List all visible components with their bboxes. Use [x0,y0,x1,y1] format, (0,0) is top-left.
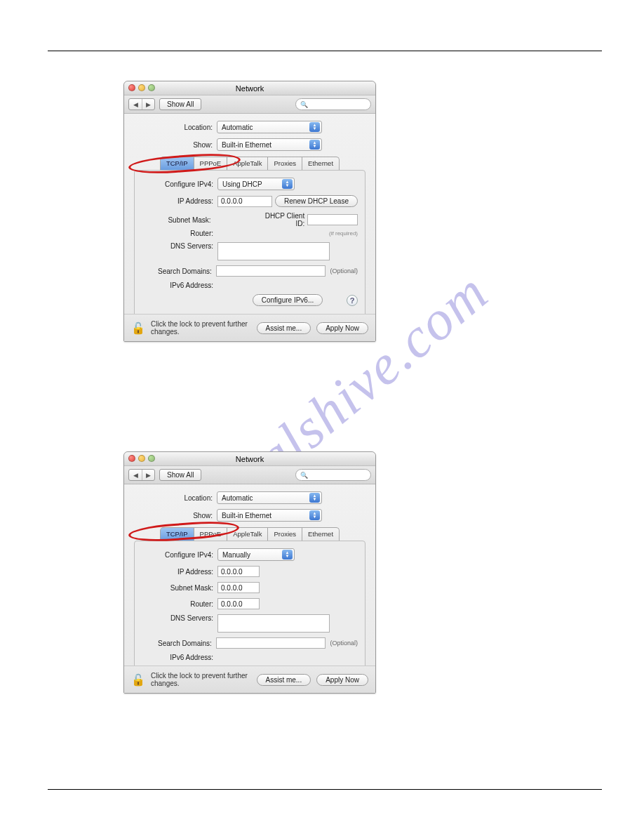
dhcp-client-id-label: DHCP Client ID: [256,212,308,227]
show-all-button[interactable]: Show All [159,98,201,110]
location-select[interactable]: Automatic ▲▼ [217,491,322,504]
dns-servers-field[interactable] [217,242,330,260]
footer: 🔓 Click the lock to prevent further chan… [124,666,375,693]
select-arrows-icon: ▲▼ [282,179,293,189]
dhcp-client-id-field[interactable] [307,214,358,225]
location-value: Automatic [222,124,253,131]
select-arrows-icon: ▲▼ [282,550,293,560]
router-label: Router: [142,230,217,237]
help-button[interactable]: ? [347,295,358,306]
assist-me-button[interactable]: Assist me... [257,322,311,334]
forward-icon[interactable]: ▶ [142,470,154,480]
search-field[interactable]: 🔍 [295,98,371,110]
minimize-icon[interactable] [138,455,145,462]
content-area: Location: Automatic ▲▼ Show: Built-in Et… [124,114,375,326]
tab-ethernet[interactable]: Ethernet [302,527,340,541]
configure-ipv4-label: Configure IPv4: [142,551,217,559]
configure-ipv4-value: Using DHCP [222,180,262,188]
forward-icon[interactable]: ▶ [142,99,154,110]
tab-proxies[interactable]: Proxies [268,527,302,541]
tab-appletalk[interactable]: AppleTalk [227,527,268,541]
assist-me-button[interactable]: Assist me... [257,674,311,686]
optional-note: (Optional) [330,640,358,647]
footer: 🔓 Click the lock to prevent further chan… [124,314,375,341]
subnet-mask-field[interactable]: 0.0.0.0 [217,582,260,593]
page-rule-top [48,51,602,51]
ip-address-field[interactable]: 0.0.0.0 [217,566,260,577]
traffic-lights [128,455,155,462]
lock-icon[interactable]: 🔓 [131,322,145,335]
zoom-icon[interactable] [148,84,155,91]
apply-now-button[interactable]: Apply Now [316,322,368,334]
lock-text: Click the lock to prevent further change… [151,672,251,687]
close-icon[interactable] [128,455,135,462]
toolbar: ◀ ▶ Show All 🔍 [124,466,375,484]
ip-address-label: IP Address: [142,568,217,576]
tab-proxies[interactable]: Proxies [268,157,302,170]
configure-ipv4-select[interactable]: Using DHCP ▲▼ [217,178,295,190]
show-label: Show: [134,512,217,519]
toolbar: ◀ ▶ Show All 🔍 [124,95,375,114]
ipv6-address-label: IPv6 Address: [142,282,217,289]
configure-ipv4-select[interactable]: Manually ▲▼ [217,548,295,561]
tab-pppoe[interactable]: PPPoE [194,527,228,541]
dns-servers-label: DNS Servers: [142,242,217,250]
configure-ipv6-button[interactable]: Configure IPv6... [253,294,323,306]
show-value: Built-in Ethernet [222,512,271,519]
page-rule-bottom [48,789,602,790]
search-domains-field[interactable] [216,265,326,277]
lock-text: Click the lock to prevent further change… [151,320,251,336]
apply-now-button[interactable]: Apply Now [316,674,368,686]
location-select[interactable]: Automatic ▲▼ [217,121,322,133]
select-arrows-icon: ▲▼ [309,510,320,520]
select-arrows-icon: ▲▼ [309,122,320,132]
search-domains-label: Search Domains: [142,267,216,275]
search-icon: 🔍 [300,101,308,108]
select-arrows-icon: ▲▼ [309,140,320,150]
renew-dhcp-button[interactable]: Renew DHCP Lease [275,195,358,207]
tab-tcpip[interactable]: TCP/IP [160,157,194,170]
search-domains-label: Search Domains: [142,640,216,647]
back-icon[interactable]: ◀ [129,470,142,480]
show-label: Show: [134,141,217,149]
minimize-icon[interactable] [138,84,145,91]
show-select[interactable]: Built-in Ethernet ▲▼ [217,138,322,151]
search-domains-field[interactable] [216,637,326,649]
location-value: Automatic [222,494,253,502]
titlebar: Network [124,452,375,466]
back-icon[interactable]: ◀ [129,99,142,110]
search-field[interactable]: 🔍 [295,469,371,481]
ip-address-value: 0.0.0.0 [217,196,272,207]
tab-appletalk[interactable]: AppleTalk [227,157,268,170]
titlebar: Network [124,81,375,95]
tabs: TCP/IP PPPoE AppleTalk Proxies Ethernet [134,527,365,541]
lock-icon[interactable]: 🔓 [131,673,145,687]
tab-tcpip[interactable]: TCP/IP [160,527,194,541]
ip-address-label: IP Address: [142,197,217,205]
zoom-icon[interactable] [148,455,155,462]
traffic-lights [128,84,155,91]
close-icon[interactable] [128,84,135,91]
location-label: Location: [134,124,217,131]
configure-ipv4-label: Configure IPv4: [142,180,217,188]
tab-pppoe[interactable]: PPPoE [194,157,228,170]
subnet-mask-label: Subnet Mask: [142,584,217,592]
dns-servers-field[interactable] [217,614,330,633]
tcpip-frame: Configure IPv4: Using DHCP ▲▼ IP Address… [134,170,365,320]
show-all-button[interactable]: Show All [159,469,201,481]
router-label: Router: [142,600,217,608]
nav-back-forward[interactable]: ◀ ▶ [128,98,155,110]
select-arrows-icon: ▲▼ [309,493,320,503]
nav-back-forward[interactable]: ◀ ▶ [128,469,155,481]
tab-ethernet[interactable]: Ethernet [302,157,340,170]
network-panel-dhcp: Network ◀ ▶ Show All 🔍 Location: Automat… [123,81,376,342]
show-select[interactable]: Built-in Ethernet ▲▼ [217,509,322,522]
router-field[interactable]: 0.0.0.0 [217,598,260,609]
ipv6-address-label: IPv6 Address: [142,654,217,661]
location-label: Location: [134,494,217,502]
optional-note: (Optional) [330,267,358,274]
show-value: Built-in Ethernet [222,141,271,149]
dns-servers-label: DNS Servers: [142,614,217,622]
configure-ipv4-value: Manually [222,551,250,559]
tabs: TCP/IP PPPoE AppleTalk Proxies Ethernet [134,157,365,170]
